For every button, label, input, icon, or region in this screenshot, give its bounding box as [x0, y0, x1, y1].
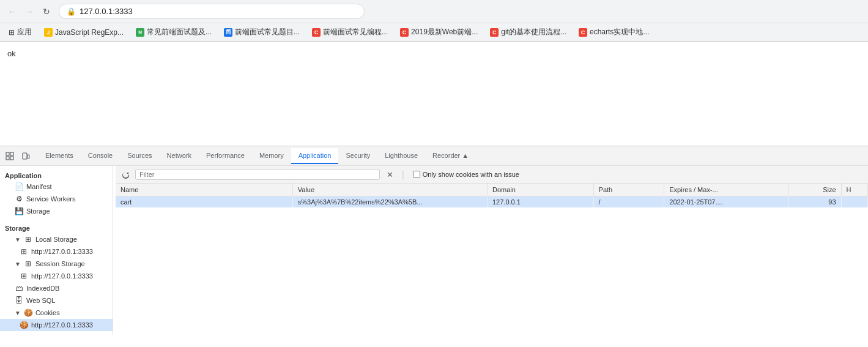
- tab-sources[interactable]: Sources: [120, 148, 159, 164]
- forward-button[interactable]: →: [22, 4, 37, 19]
- cookie-path: /: [593, 196, 664, 208]
- apps-icon: ⊞: [9, 28, 15, 37]
- tab-lighthouse[interactable]: Lighthouse: [377, 148, 425, 164]
- col-header-expires: Expires / Max-...: [664, 184, 788, 196]
- local-storage-icon: ⊞: [24, 235, 32, 244]
- bookmark-apps[interactable]: ⊞ 应用: [5, 26, 35, 39]
- sidebar-storage-title: Storage: [0, 221, 113, 233]
- sidebar-storage-label: Storage: [26, 207, 50, 215]
- sidebar-item-service-workers[interactable]: ⚙ Service Workers: [0, 193, 113, 205]
- browser-chrome: ← → ↻ 🔒 127.0.0.1:3333 ⊞ 应用 J JavaScript…: [0, 0, 868, 42]
- bookmark-csdn1-label: 前端面试常见编程...: [323, 27, 388, 37]
- bookmark-jijian[interactable]: 简 前端面试常见题目...: [220, 26, 303, 39]
- tab-memory[interactable]: Memory: [252, 148, 291, 164]
- bookmark-js-label: JavaScript RegExp...: [55, 28, 124, 37]
- sidebar-item-session-storage[interactable]: ▼ ⊞ Session Storage: [0, 258, 113, 270]
- tab-performance[interactable]: Performance: [199, 148, 252, 164]
- bookmark-js-regexp[interactable]: J JavaScript RegExp...: [40, 27, 127, 38]
- col-header-name: Name: [116, 184, 292, 196]
- bookmark-csdn2[interactable]: C 2019最新Web前端...: [396, 26, 481, 39]
- address-bar[interactable]: 🔒 127.0.0.1:3333: [59, 4, 365, 19]
- devtools-body: Application 📄 Manifest ⚙ Service Workers…: [0, 166, 868, 335]
- toolbar-divider: |: [402, 170, 404, 179]
- sidebar-cookies-label: Cookies: [35, 309, 60, 316]
- tab-application[interactable]: Application: [291, 148, 339, 164]
- session-storage-arrow: ▼: [15, 261, 21, 267]
- sidebar-indexeddb-label: IndexedDB: [26, 285, 59, 292]
- storage-icon: 💾: [15, 207, 23, 215]
- sidebar-item-manifest[interactable]: 📄 Manifest: [0, 181, 113, 193]
- bookmark-frontend[interactable]: M 常见前端面试题及...: [132, 26, 215, 39]
- show-issues-label: Only show cookies with an issue: [423, 171, 519, 178]
- bookmarks-bar: ⊞ 应用 J JavaScript RegExp... M 常见前端面试题及..…: [0, 23, 868, 41]
- sidebar-item-local-storage[interactable]: ▼ ⊞ Local Storage: [0, 233, 113, 245]
- sidebar-item-cookies[interactable]: ▼ 🍪 Cookies: [0, 307, 113, 319]
- address-text: 127.0.0.1:3333: [80, 7, 357, 16]
- ls-127-icon: ⊞: [20, 247, 28, 256]
- svg-rect-3: [10, 157, 13, 160]
- websql-icon: 🗄: [15, 296, 23, 305]
- cookies-toolbar: ✕ | Only show cookies with an issue: [116, 166, 868, 184]
- cookies-arrow: ▼: [15, 310, 21, 316]
- tab-recorder[interactable]: Recorder ▲: [425, 148, 476, 164]
- devtools-tabs-bar: Elements Console Sources Network Perform…: [0, 146, 868, 166]
- cookies-icon: 🍪: [24, 308, 32, 317]
- table-header-row: Name Value Domain Path Expires / Max-...…: [116, 184, 868, 196]
- bookmark-csdn3[interactable]: C git的基本使用流程...: [486, 26, 570, 39]
- sidebar-item-cookies-127[interactable]: 🍪 http://127.0.0.1:3333: [0, 319, 113, 331]
- service-workers-icon: ⚙: [15, 195, 23, 203]
- bookmark-favicon-csdn4: C: [579, 28, 587, 37]
- reload-button[interactable]: ↻: [39, 4, 54, 19]
- nav-buttons: ← → ↻: [5, 4, 54, 19]
- table-row[interactable]: cart s%3Aj%3A%7B%22items%22%3A%5B... 127…: [116, 196, 868, 208]
- cookie-more: [841, 196, 867, 208]
- bookmark-favicon-csdn2: C: [400, 28, 409, 37]
- show-issues-container: Only show cookies with an issue: [413, 171, 519, 178]
- sidebar-item-websql[interactable]: 🗄 Web SQL: [0, 294, 113, 307]
- sidebar-scroll: Application 📄 Manifest ⚙ Service Workers…: [0, 166, 113, 334]
- bookmark-jijian-label: 前端面试常见题目...: [235, 27, 300, 37]
- back-button[interactable]: ←: [5, 4, 20, 19]
- lock-icon: 🔒: [67, 7, 76, 16]
- clear-filter-button[interactable]: ✕: [384, 168, 396, 181]
- sidebar-item-indexeddb[interactable]: 🗃 IndexedDB: [0, 282, 113, 294]
- col-header-path: Path: [593, 184, 664, 196]
- devtools-sidebar: Application 📄 Manifest ⚙ Service Workers…: [0, 166, 113, 335]
- sidebar-service-workers-label: Service Workers: [26, 195, 75, 203]
- device-toolbar-button[interactable]: [18, 149, 33, 163]
- svg-rect-0: [6, 152, 9, 155]
- sidebar-ss-127-label: http://127.0.0.1:3333: [31, 272, 93, 280]
- bookmark-favicon-frontend: M: [136, 28, 144, 37]
- devtools-panel: Elements Console Sources Network Perform…: [0, 146, 868, 335]
- tab-console[interactable]: Console: [81, 148, 120, 164]
- devtools-main-content: ✕ | Only show cookies with an issue Name…: [116, 166, 868, 335]
- bookmark-favicon-csdn3: C: [490, 28, 499, 37]
- svg-rect-1: [10, 152, 13, 155]
- tab-security[interactable]: Security: [338, 148, 377, 164]
- col-header-size: Size: [788, 184, 841, 196]
- sidebar-item-ss-127[interactable]: ⊞ http://127.0.0.1:3333: [0, 270, 113, 282]
- bookmark-csdn4[interactable]: C echarts实现中地...: [575, 26, 653, 39]
- tab-network[interactable]: Network: [160, 148, 199, 164]
- tab-elements[interactable]: Elements: [38, 148, 81, 164]
- cookies-data-table: Name Value Domain Path Expires / Max-...…: [116, 184, 868, 207]
- show-issues-checkbox[interactable]: [413, 171, 420, 178]
- refresh-cookies-button[interactable]: [119, 168, 132, 181]
- cookie-size: 93: [788, 196, 841, 208]
- col-header-domain: Domain: [488, 184, 594, 196]
- bookmark-csdn4-label: echarts实现中地...: [590, 27, 649, 37]
- filter-input[interactable]: [135, 169, 380, 180]
- devtools-tab-icons: [2, 149, 33, 163]
- cookie-expires: 2022-01-25T07....: [664, 196, 788, 208]
- col-header-more: H: [841, 184, 867, 196]
- bookmark-csdn1[interactable]: C 前端面试常见编程...: [308, 26, 391, 39]
- manifest-icon: 📄: [15, 182, 23, 191]
- session-storage-icon: ⊞: [24, 259, 32, 268]
- sidebar-websql-label: Web SQL: [26, 297, 56, 304]
- sidebar-item-ls-127[interactable]: ⊞ http://127.0.0.1:3333: [0, 245, 113, 258]
- sidebar-manifest-label: Manifest: [26, 183, 52, 190]
- inspect-element-button[interactable]: [2, 149, 17, 163]
- cookie-domain: 127.0.0.1: [488, 196, 594, 208]
- bookmark-favicon-js: J: [44, 28, 53, 37]
- sidebar-item-storage[interactable]: 💾 Storage: [0, 205, 113, 217]
